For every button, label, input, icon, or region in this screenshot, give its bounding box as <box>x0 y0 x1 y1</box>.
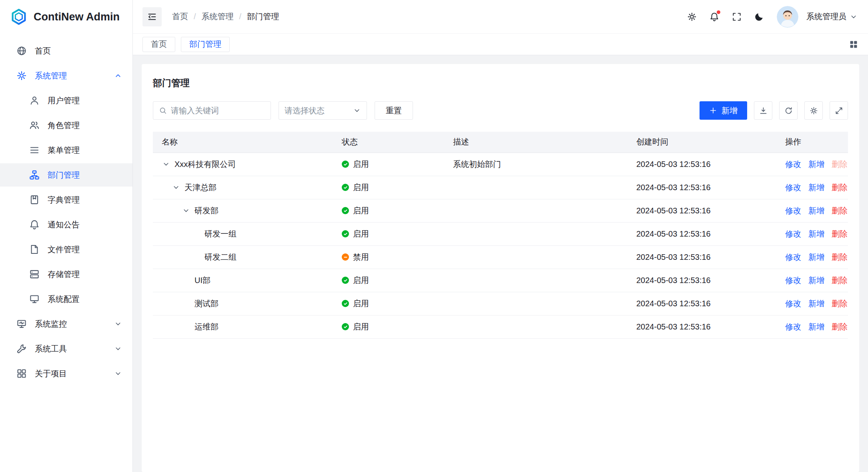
fullscreen-icon <box>732 12 742 22</box>
table-header-row: 名称状态描述创建时间操作 <box>153 132 848 153</box>
caret-down-icon <box>172 183 180 191</box>
sidebar-item-role[interactable]: 角色管理 <box>0 114 132 137</box>
delete-link[interactable]: 删除 <box>832 183 848 192</box>
dept-description <box>445 176 628 199</box>
dept-name: 运维部 <box>194 321 219 332</box>
fullscreen-button[interactable] <box>727 7 746 26</box>
sidebar-item-storage[interactable]: 存储管理 <box>0 263 132 286</box>
sidebar-item-dept[interactable]: 部门管理 <box>0 163 132 187</box>
gear-icon <box>687 12 697 22</box>
sidebar-item-dict[interactable]: 字典管理 <box>0 188 132 211</box>
tab-首页[interactable]: 首页 <box>142 37 175 52</box>
add-link[interactable]: 新增 <box>808 276 824 285</box>
check-icon <box>343 232 348 236</box>
sidebar-item-menu[interactable]: 菜单管理 <box>0 139 132 162</box>
sidebar-item-label: 字典管理 <box>48 195 80 205</box>
delete-link[interactable]: 删除 <box>832 299 848 308</box>
search-icon <box>159 106 167 114</box>
table-settings-button[interactable] <box>804 101 823 120</box>
sidebar-item-user[interactable]: 用户管理 <box>0 89 132 112</box>
breadcrumb-item[interactable]: 首页 <box>172 11 188 22</box>
notification-dot <box>717 10 720 14</box>
edit-link[interactable]: 修改 <box>785 276 801 285</box>
breadcrumb-item[interactable]: 部门管理 <box>247 11 279 22</box>
sidebar-item-label: 系统工具 <box>35 343 67 354</box>
add-link[interactable]: 新增 <box>808 206 824 215</box>
row-expander[interactable] <box>182 206 190 215</box>
sidebar-item-home[interactable]: 首页 <box>0 39 132 62</box>
dark-mode-button[interactable] <box>750 7 769 26</box>
delete-link[interactable]: 删除 <box>832 229 848 238</box>
status-badge: 禁用 <box>342 252 437 263</box>
delete-link[interactable]: 删除 <box>832 253 848 261</box>
sidebar-item-file[interactable]: 文件管理 <box>0 238 132 261</box>
tab-options-button[interactable] <box>849 40 858 49</box>
add-link[interactable]: 新增 <box>808 253 824 261</box>
edit-link[interactable]: 修改 <box>785 206 801 215</box>
notifications-button[interactable] <box>705 7 724 26</box>
add-link[interactable]: 新增 <box>808 229 824 238</box>
keyword-search <box>153 101 271 120</box>
monitor-icon <box>29 294 40 304</box>
add-link[interactable]: 新增 <box>808 160 824 169</box>
sidebar-item-about[interactable]: 关于项目 <box>0 362 132 385</box>
status-label: 启用 <box>353 321 369 332</box>
breadcrumb: 首页/系统管理/部门管理 <box>172 11 279 22</box>
sidebar-item-system[interactable]: 系统管理 <box>0 64 132 87</box>
dept-name-cell: 研发部 <box>162 205 326 216</box>
edit-link[interactable]: 修改 <box>785 299 801 308</box>
app-logo-icon <box>10 8 27 25</box>
sidebar-item-label: 用户管理 <box>48 95 80 106</box>
created-time: 2024-05-03 12:53:16 <box>628 292 777 315</box>
breadcrumb-separator: / <box>239 12 242 21</box>
reset-button[interactable]: 重置 <box>375 101 413 120</box>
tab-部门管理[interactable]: 部门管理 <box>181 37 230 52</box>
add-link[interactable]: 新增 <box>808 322 824 331</box>
delete-link[interactable]: 删除 <box>832 322 848 331</box>
avatar[interactable] <box>777 6 798 28</box>
content-area: 部门管理 请选择状态 重置 新增 <box>133 55 868 472</box>
caret-down-icon <box>182 207 190 215</box>
sidebar-item-label: 关于项目 <box>35 368 67 379</box>
add-link[interactable]: 新增 <box>808 183 824 192</box>
status-select[interactable]: 请选择状态 <box>279 101 367 120</box>
dept-name-cell: UI部 <box>162 275 326 286</box>
edit-link[interactable]: 修改 <box>785 322 801 331</box>
delete-link[interactable]: 删除 <box>832 206 848 215</box>
status-label: 启用 <box>353 182 369 193</box>
sidebar-item-monitor[interactable]: 系统监控 <box>0 312 132 335</box>
check-icon <box>343 209 348 213</box>
row-expander[interactable] <box>162 160 170 169</box>
table-row: 研发二组禁用2024-05-03 12:53:16修改新增删除 <box>153 245 848 269</box>
bell-icon <box>29 219 40 230</box>
status-enabled-icon <box>342 300 349 307</box>
status-badge: 启用 <box>342 159 437 170</box>
user-menu[interactable]: 系统管理员 <box>806 11 858 22</box>
edit-link[interactable]: 修改 <box>785 160 801 169</box>
breadcrumb-item[interactable]: 系统管理 <box>202 11 234 22</box>
sidebar-item-label: 部门管理 <box>48 170 80 181</box>
dept-name-cell: 运维部 <box>162 321 326 332</box>
sidebar-item-config[interactable]: 系统配置 <box>0 287 132 311</box>
created-time: 2024-05-03 12:53:16 <box>628 153 777 176</box>
add-button[interactable]: 新增 <box>700 101 747 120</box>
delete-link[interactable]: 删除 <box>832 276 848 285</box>
sidebar-menu: 首页系统管理用户管理角色管理菜单管理部门管理字典管理通知公告文件管理存储管理系统… <box>0 34 132 472</box>
row-expander[interactable] <box>172 183 180 192</box>
search-input[interactable] <box>171 106 265 115</box>
export-button[interactable] <box>754 101 772 120</box>
edit-link[interactable]: 修改 <box>785 183 801 192</box>
dept-name: 研发二组 <box>204 252 237 263</box>
expand-table-button[interactable] <box>830 101 848 120</box>
refresh-button[interactable] <box>779 101 798 120</box>
status-label: 禁用 <box>353 252 369 263</box>
sidebar-collapse-button[interactable] <box>142 7 162 26</box>
edit-link[interactable]: 修改 <box>785 229 801 238</box>
status-label: 启用 <box>353 298 369 309</box>
sidebar-item-tools[interactable]: 系统工具 <box>0 337 132 360</box>
add-link[interactable]: 新增 <box>808 299 824 308</box>
edit-link[interactable]: 修改 <box>785 253 801 261</box>
settings-button[interactable] <box>682 7 702 26</box>
sidebar-item-notice[interactable]: 通知公告 <box>0 213 132 236</box>
dept-name: 研发一组 <box>204 229 237 239</box>
